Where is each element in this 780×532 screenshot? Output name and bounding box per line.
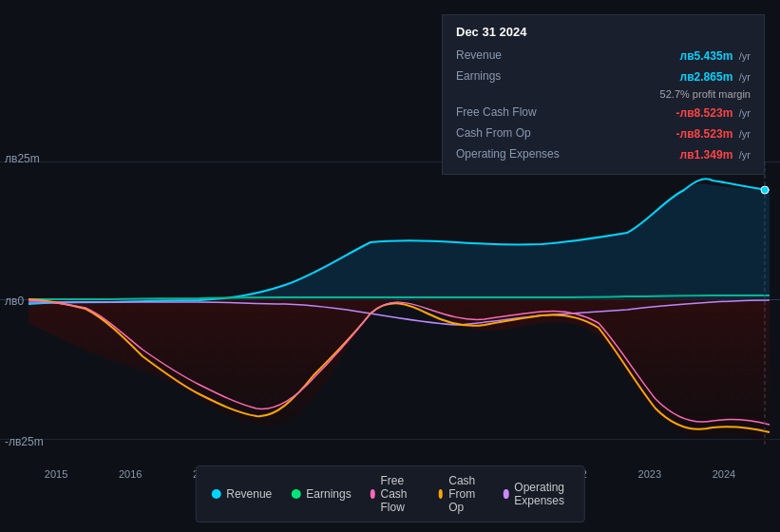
legend-cashop[interactable]: Cash From Op: [438, 474, 485, 514]
legend-earnings-dot: [291, 489, 300, 499]
legend-opex-label: Operating Expenses: [514, 481, 568, 507]
tooltip-opex-unit: /yr: [739, 149, 751, 161]
tooltip-fcf-label: Free Cash Flow: [456, 105, 537, 119]
tooltip-box: Dec 31 2024 Revenue лв5.435m /yr Earning…: [442, 14, 765, 175]
tooltip-earnings-label: Earnings: [456, 69, 501, 83]
tooltip-opex-label: Operating Expenses: [456, 147, 560, 161]
tooltip-cashop-unit: /yr: [739, 128, 751, 140]
svg-point-1: [761, 186, 769, 194]
tooltip-earnings-row: Earnings лв2.865m /yr: [456, 66, 751, 86]
tooltip-opex-row: Operating Expenses лв1.349m /yr: [456, 143, 751, 164]
y-label-top: лв25m: [5, 152, 40, 165]
chart-legend: Revenue Earnings Free Cash Flow Cash Fro…: [195, 466, 585, 522]
legend-earnings-label: Earnings: [306, 487, 351, 501]
tooltip-revenue-label: Revenue: [456, 48, 502, 62]
legend-earnings[interactable]: Earnings: [291, 487, 351, 501]
legend-fcf[interactable]: Free Cash Flow: [371, 474, 420, 514]
x-label-2023: 2023: [638, 468, 661, 480]
legend-cashop-dot: [438, 489, 443, 499]
tooltip-earnings-value: лв2.865m: [680, 70, 733, 84]
tooltip-opex-value: лв1.349m: [680, 148, 733, 162]
tooltip-fcf-unit: /yr: [739, 107, 751, 119]
tooltip-cashop-label: Cash From Op: [456, 126, 531, 140]
tooltip-date: Dec 31 2024: [456, 25, 751, 39]
tooltip-revenue-row: Revenue лв5.435m /yr: [456, 45, 751, 66]
legend-fcf-dot: [371, 489, 375, 499]
tooltip-revenue-unit: /yr: [739, 50, 751, 62]
y-label-bottom: -лв25m: [5, 435, 44, 448]
tooltip-fcf-row: Free Cash Flow -лв8.523m /yr: [456, 102, 751, 123]
legend-opex[interactable]: Operating Expenses: [504, 481, 569, 507]
tooltip-fcf-value: -лв8.523m: [676, 106, 733, 120]
tooltip-earnings-unit: /yr: [739, 71, 751, 83]
tooltip-margin-value: 52.7% profit margin: [660, 88, 751, 100]
legend-revenue[interactable]: Revenue: [211, 487, 272, 501]
legend-cashop-label: Cash From Op: [448, 474, 485, 514]
chart-container: лв25m лв0 -лв25m 2015 2016 2017 2018 201…: [0, 0, 780, 532]
tooltip-cashop-row: Cash From Op -лв8.523m /yr: [456, 123, 751, 143]
legend-revenue-label: Revenue: [226, 487, 272, 501]
legend-opex-dot: [504, 489, 508, 499]
x-label-2024: 2024: [713, 468, 735, 480]
legend-fcf-label: Free Cash Flow: [381, 474, 420, 514]
x-label-2016: 2016: [119, 468, 142, 480]
y-label-zero: лв0: [5, 294, 24, 308]
tooltip-revenue-value: лв5.435m: [680, 49, 733, 63]
legend-revenue-dot: [211, 489, 220, 499]
x-label-2015: 2015: [45, 468, 67, 480]
tooltip-cashop-value: -лв8.523m: [676, 127, 733, 141]
tooltip-margin-row: 52.7% profit margin: [456, 86, 751, 102]
